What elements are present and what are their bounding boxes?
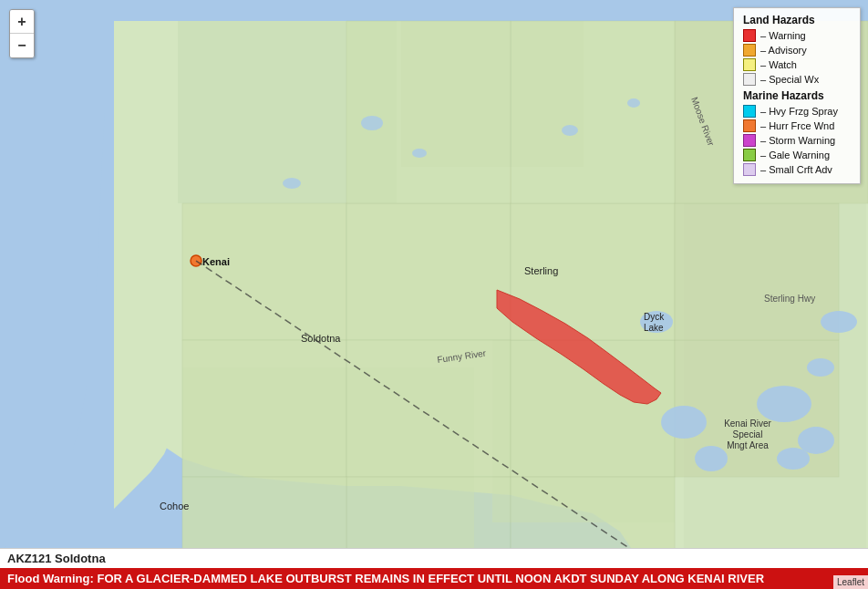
svg-text:Special: Special bbox=[733, 429, 763, 439]
advisory-swatch bbox=[743, 44, 756, 57]
svg-point-29 bbox=[777, 448, 810, 470]
svg-text:Kenai: Kenai bbox=[202, 256, 230, 267]
svg-point-33 bbox=[695, 446, 728, 471]
legend-hurr-frce: – Hurr Frce Wnd bbox=[743, 119, 851, 132]
zoom-controls: + − bbox=[9, 9, 35, 58]
special-wx-label: – Special Wx bbox=[760, 74, 819, 85]
zoom-in-button[interactable]: + bbox=[10, 10, 34, 34]
info-bar: AKZ121 Soldotna Flood Warning: FOR A GLA… bbox=[0, 548, 868, 589]
svg-text:Dyck: Dyck bbox=[644, 312, 665, 322]
svg-point-27 bbox=[757, 386, 811, 422]
zone-label: AKZ121 Soldotna bbox=[0, 548, 868, 568]
svg-text:Kenai River: Kenai River bbox=[724, 418, 771, 429]
zoom-out-button[interactable]: − bbox=[10, 34, 34, 57]
svg-rect-8 bbox=[182, 203, 346, 340]
svg-text:Sterling Hwy: Sterling Hwy bbox=[764, 294, 815, 304]
svg-text:Sterling: Sterling bbox=[524, 265, 558, 276]
hvy-frzg-label: – Hvy Frzg Spray bbox=[760, 106, 838, 117]
hurr-frce-swatch bbox=[743, 119, 756, 132]
gale-warn-label: – Gale Warning bbox=[760, 150, 830, 160]
svg-point-32 bbox=[661, 406, 707, 439]
small-crft-swatch bbox=[743, 163, 756, 176]
svg-point-24 bbox=[283, 178, 301, 189]
svg-rect-21 bbox=[346, 21, 511, 203]
gale-warn-swatch bbox=[743, 149, 756, 161]
svg-point-25 bbox=[562, 125, 578, 136]
svg-text:Lake: Lake bbox=[644, 323, 664, 333]
watch-label: – Watch bbox=[760, 59, 797, 70]
svg-point-38 bbox=[191, 255, 202, 266]
hurr-frce-label: – Hurr Frce Wnd bbox=[760, 120, 834, 131]
legend-gale-warn: – Gale Warning bbox=[743, 149, 851, 161]
alert-bar: Flood Warning: FOR A GLACIER-DAMMED LAKE… bbox=[0, 568, 868, 589]
svg-point-30 bbox=[807, 358, 834, 377]
legend-watch: – Watch bbox=[743, 58, 851, 71]
svg-rect-18 bbox=[675, 203, 839, 340]
legend-hvy-frzg: – Hvy Frzg Spray bbox=[743, 105, 851, 118]
storm-warn-swatch bbox=[743, 134, 756, 147]
legend-storm-warn: – Storm Warning bbox=[743, 134, 851, 147]
small-crft-label: – Small Crft Adv bbox=[760, 164, 832, 175]
svg-point-26 bbox=[627, 98, 640, 108]
legend-special-wx: – Special Wx bbox=[743, 73, 851, 86]
warning-swatch bbox=[743, 29, 756, 42]
watch-swatch bbox=[743, 58, 756, 71]
advisory-label: – Advisory bbox=[760, 45, 807, 56]
svg-text:Cohoe: Cohoe bbox=[160, 501, 189, 512]
svg-text:Mngt Area: Mngt Area bbox=[727, 440, 769, 450]
map-container: Kenai Soldotna Sterling Cohoe Dyck Lake … bbox=[0, 0, 868, 589]
leaflet-attribution: Leaflet bbox=[833, 575, 868, 589]
legend-small-crft: – Small Crft Adv bbox=[743, 163, 851, 176]
svg-rect-10 bbox=[346, 203, 511, 340]
svg-rect-9 bbox=[182, 340, 346, 477]
legend-warning: – Warning bbox=[743, 29, 851, 42]
svg-point-28 bbox=[798, 427, 834, 454]
svg-rect-11 bbox=[346, 340, 511, 477]
marine-hazards-title: Marine Hazards bbox=[743, 89, 851, 102]
land-hazards-title: Land Hazards bbox=[743, 14, 851, 26]
warning-label: – Warning bbox=[760, 30, 806, 41]
svg-point-22 bbox=[361, 116, 383, 130]
storm-warn-label: – Storm Warning bbox=[760, 135, 835, 146]
legend-advisory: – Advisory bbox=[743, 44, 851, 57]
svg-point-23 bbox=[412, 149, 427, 158]
svg-point-31 bbox=[821, 311, 857, 333]
svg-text:Soldotna: Soldotna bbox=[301, 333, 341, 344]
special-wx-swatch bbox=[743, 73, 756, 86]
svg-rect-20 bbox=[511, 21, 675, 203]
legend: Land Hazards – Warning – Advisory – Watc… bbox=[733, 7, 861, 184]
hvy-frzg-swatch bbox=[743, 105, 756, 118]
